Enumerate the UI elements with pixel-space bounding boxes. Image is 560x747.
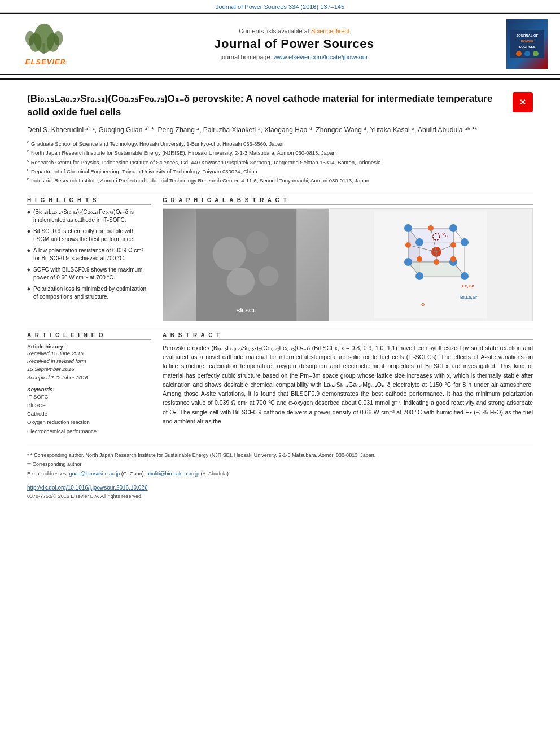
corresponding-author-footnote: * * Corresponding author. North Japan Re… [27, 452, 533, 459]
graphical-abstract-heading: G R A P H I C A L A B S T R A C T [163, 197, 533, 205]
highlights-graphical-row: H I G H L I G H T S (Bi₀.₁₅La₀.₂₇Sr₀.₅₃)… [27, 197, 533, 321]
svg-text:Bi,La,Sr: Bi,La,Sr [460, 295, 477, 300]
affiliation-c: c Research Center for Physics, Indonesia… [27, 158, 533, 167]
svg-text:SOURCES: SOURCES [519, 45, 536, 49]
keyword-2: BiLSCF [27, 401, 151, 409]
journal-cover-image: JOURNAL OF POWER SOURCES [506, 19, 548, 69]
affiliation-e: e Industrial Research Institute, Aomori … [27, 176, 533, 185]
svg-point-17 [259, 266, 279, 286]
email-1-link[interactable]: guan@hirosaki-u.ac.jp [69, 471, 120, 477]
svg-rect-13 [196, 209, 296, 321]
crystal-structure-svg: V O Fe,Co Bi,La,Sr O [374, 211, 487, 318]
highlight-item-5: Polarization loss is minimized by optimi… [27, 285, 151, 301]
email-label: E-mail addresses: [27, 471, 68, 477]
highlights-column: H I G H L I G H T S (Bi₀.₁₅La₀.₂₇Sr₀.₅₃)… [27, 197, 151, 321]
keywords-list: IT-SOFC BiLSCF Cathode Oxygen reduction … [27, 392, 151, 435]
corresponding-author-2-label: ** Corresponding author [27, 461, 82, 467]
abstract-column: A B S T R A C T Perovskite oxides (Bi₀.₁… [163, 332, 533, 435]
svg-text:POWER: POWER [520, 40, 533, 43]
doi-section: http://dx.doi.org/10.1016/j.jpowsour.201… [27, 483, 533, 491]
keyword-1: IT-SOFC [27, 392, 151, 401]
article-info-abstract-row: A R T I C L E I N F O Article history: R… [27, 332, 533, 435]
paper-title: (Bi₀.₁₅La₀.₂₇Sr₀.₅₃)(Co₀.₂₅Fe₀.₇₅)O₃₋δ p… [27, 92, 506, 119]
sem-image-svg: BiLSCF [163, 209, 329, 321]
header-divider [0, 78, 560, 80]
svg-text:O: O [445, 234, 448, 238]
svg-point-32 [461, 272, 469, 280]
journal-homepage: journal homepage: www.elsevier.com/locat… [82, 54, 506, 60]
highlight-item-1: (Bi₀.₁₅La₀.₂₇Sr₀.₅₃)ₓ(Co₀.₂₅Fe₀.₇₅)O₃₋δ … [27, 208, 151, 224]
svg-point-4 [25, 30, 35, 45]
science-direct-link: Contents lists available at ScienceDirec… [82, 28, 506, 34]
svg-text:O: O [421, 302, 425, 307]
content-divider [27, 191, 533, 191]
journal-header-center: Contents lists available at ScienceDirec… [82, 28, 506, 60]
footnotes-section: * * Corresponding author. North Japan Re… [27, 447, 533, 499]
affiliation-b: b North Japan Research Institute for Sus… [27, 148, 533, 157]
received-date: Received 15 June 2016 [27, 350, 151, 357]
affiliations-section: a Graduate School of Science and Technol… [27, 139, 533, 185]
svg-point-31 [415, 272, 423, 280]
paper-content: (Bi₀.₁₅La₀.₂₇Sr₀.₅₃)(Co₀.₂₅Fe₀.₇₅)O₃₋δ p… [0, 83, 560, 508]
journal-homepage-link[interactable]: www.elsevier.com/locate/jpowsour [274, 54, 368, 60]
ga-sem-image: BiLSCF [163, 209, 329, 321]
elsevier-logo: ELSEVIER [9, 23, 82, 66]
keywords-section: Keywords: IT-SOFC BiLSCF Cathode Oxygen … [27, 386, 151, 435]
copyright-text: 0378-7753/© 2016 Elsevier B.V. All right… [27, 493, 533, 499]
email-2-link[interactable]: abuliti@hirosaki-u.ac.jp [147, 471, 199, 477]
corresponding-author-2-footnote: ** Corresponding author [27, 461, 533, 468]
abstract-text: Perovskite oxides (Bi₀.₁₅La₀.₂₇Sr₀.₅₃)ₓ(… [163, 343, 533, 426]
elsevier-label: ELSEVIER [25, 58, 66, 66]
svg-point-11 [524, 51, 530, 56]
svg-point-29 [415, 238, 423, 246]
keyword-5: Electrochemical performance [27, 427, 151, 435]
svg-point-26 [449, 224, 457, 232]
science-direct-anchor[interactable]: ScienceDirect [311, 28, 349, 34]
journal-title: Journal of Power Sources [82, 37, 506, 51]
article-history: Article history: Received 15 June 2016 R… [27, 343, 151, 382]
journal-citation-bar: Journal of Power Sources 334 (2016) 137–… [0, 0, 560, 13]
highlights-heading: H I G H L I G H T S [27, 197, 151, 205]
ga-visual: BiLSCF [163, 209, 532, 321]
highlight-item-3: A low polarization resistance of 0.039 Ω… [27, 247, 151, 263]
keyword-4: Oxygen reduction reaction [27, 418, 151, 426]
highlights-list: (Bi₀.₁₅La₀.₂₇Sr₀.₅₃)ₓ(Co₀.₂₅Fe₀.₇₅)O₃₋δ … [27, 208, 151, 301]
section-divider-2 [27, 326, 533, 326]
accepted-date: Accepted 7 October 2016 [27, 374, 151, 382]
svg-point-30 [461, 238, 469, 246]
journal-cover-section: JOURNAL OF POWER SOURCES [506, 19, 551, 69]
email-footnote: E-mail addresses: guan@hirosaki-u.ac.jp … [27, 470, 533, 478]
journal-header: ELSEVIER Contents lists available at Sci… [0, 13, 560, 75]
article-info-column: A R T I C L E I N F O Article history: R… [27, 332, 151, 435]
svg-text:JOURNAL OF: JOURNAL OF [516, 34, 538, 37]
ga-crystal-diagram: V O Fe,Co Bi,La,Sr O [329, 209, 532, 321]
svg-point-27 [404, 258, 412, 266]
elsevier-tree-icon [23, 23, 68, 56]
graphical-abstract-image: BiLSCF [163, 208, 533, 321]
svg-point-14 [213, 237, 246, 270]
email-1-name: (G. Guan), [121, 471, 146, 477]
crossmark-icon[interactable]: ✕ [513, 92, 533, 112]
keyword-3: Cathode [27, 409, 151, 418]
article-history-title: Article history: [27, 343, 151, 350]
affiliation-a: a Graduate School of Science and Technol… [27, 139, 533, 148]
received-revised-label: Received in revised form [27, 357, 151, 365]
received-revised-date: 15 September 2016 [27, 365, 151, 373]
doi-link[interactable]: http://dx.doi.org/10.1016/j.jpowsour.201… [27, 484, 148, 491]
svg-point-15 [246, 231, 269, 254]
svg-text:BiLSCF: BiLSCF [236, 307, 256, 313]
corresponding-author-text: North Japan Research Institute for Susta… [86, 452, 376, 458]
svg-point-5 [54, 30, 63, 45]
journal-cover-graphic: JOURNAL OF POWER SOURCES [510, 30, 544, 58]
highlight-item-2: BiLSCF0.9 is chemically compatible with … [27, 228, 151, 243]
svg-point-10 [516, 51, 522, 56]
corresponding-author-label: * Corresponding author. [30, 452, 84, 458]
email-2-name: (A. Abudula). [200, 471, 230, 477]
highlight-item-4: SOFC with BiLSCF0.9 shows the maximum po… [27, 266, 151, 282]
svg-point-16 [226, 268, 255, 296]
abstract-heading: A B S T R A C T [163, 332, 533, 340]
svg-point-12 [533, 51, 539, 56]
svg-point-39 [450, 256, 456, 262]
elsevier-logo-section: ELSEVIER [9, 23, 82, 66]
article-info-heading: A R T I C L E I N F O [27, 332, 151, 340]
